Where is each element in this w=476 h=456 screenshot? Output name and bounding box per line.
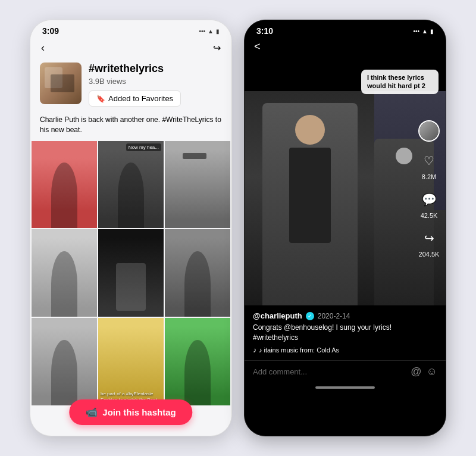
video-area: I think these lyrics would hit hard pt 2… [245, 55, 446, 305]
video-cell-5[interactable] [98, 229, 164, 317]
battery-icon-right: ▮ [430, 28, 434, 35]
share-action-item[interactable]: ↪ 204.5K [418, 227, 440, 258]
favorites-button[interactable]: 🔖 Added to Favorites [89, 90, 181, 107]
video-grid: Now my hea... be part of a #byElentasie … [30, 141, 231, 405]
hashtag-title: #writethelyrics [89, 63, 222, 75]
video-cell-2[interactable]: Now my hea... [98, 141, 164, 229]
shares-count: 204.5K [419, 251, 440, 258]
share-button[interactable]: ↪ [213, 42, 221, 54]
hashtag-thumbnail [40, 63, 82, 104]
comment-action-item[interactable]: 💬 42.5K [418, 189, 440, 219]
main-person [262, 103, 358, 305]
user-avatar[interactable] [418, 120, 440, 142]
signal-icon: ••• [199, 28, 206, 35]
left-phone: 3:09 ••• ▲ ▮ ‹ ↪ #writethelyrics 3.9B vi… [30, 20, 232, 436]
share-icon: ↪ [418, 227, 440, 249]
hashtag-views: 3.9B views [89, 77, 222, 86]
video-bottom-info: @charlieputh ✓ 2020-2-14 Congrats @benho… [245, 305, 446, 360]
cell-2-overlay: Now my hea... [126, 143, 161, 151]
back-button[interactable]: ‹ [41, 42, 45, 54]
wifi-icon: ▲ [208, 28, 214, 35]
left-status-icons: ••• ▲ ▮ [199, 28, 220, 35]
left-status-time: 3:09 [42, 26, 59, 36]
video-date: 2020-2-14 [318, 312, 350, 320]
bookmark-icon: 🔖 [96, 95, 105, 103]
likes-count: 8.2M [422, 173, 436, 180]
video-cell-9[interactable] [165, 318, 230, 405]
comment-bar: Add comment... @ ☺ [245, 360, 446, 383]
hashtag-header: #writethelyrics 3.9B views 🔖 Added to Fa… [30, 58, 231, 113]
wifi-icon-right: ▲ [422, 28, 428, 35]
music-note-icon: ♪ [253, 346, 256, 354]
right-nav-bar: < [245, 38, 446, 55]
comment-input[interactable]: Add comment... [253, 367, 406, 376]
video-overlay-caption: I think these lyrics would hit hard pt 2 [361, 70, 439, 94]
signal-icon-right: ••• [414, 28, 420, 35]
right-back-button[interactable]: < [254, 40, 261, 52]
mention-icon[interactable]: @ [411, 366, 421, 378]
person-head [295, 115, 325, 145]
video-user-line: @charlieputh ✓ 2020-2-14 [253, 311, 437, 320]
video-cell-3[interactable] [165, 141, 230, 229]
right-phone: 3:10 ••• ▲ ▮ < [244, 20, 446, 436]
video-main-content [245, 91, 446, 305]
person-body [289, 148, 331, 243]
comment-icon: 💬 [418, 189, 440, 210]
comments-count: 42.5K [421, 212, 438, 219]
home-indicator [315, 386, 375, 389]
emoji-icon[interactable]: ☺ [427, 366, 437, 378]
join-hashtag-button[interactable]: 📹 Join this hashtag [69, 399, 192, 425]
avatar-action-item [418, 120, 440, 142]
left-nav-bar: ‹ ↪ [30, 38, 231, 58]
like-action-item[interactable]: ♡ 8.2M [418, 150, 440, 180]
battery-icon: ▮ [216, 28, 220, 35]
video-cell-7[interactable] [32, 318, 97, 405]
verified-icon: ✓ [306, 312, 314, 320]
heart-icon: ♡ [418, 150, 440, 171]
video-music: ♪ ♪ itains music from: Cold As [253, 346, 437, 354]
hashtag-description: Charlie Puth is back with another one. #… [30, 113, 231, 141]
video-username[interactable]: @charlieputh [253, 311, 302, 320]
video-camera-icon: 📹 [86, 407, 98, 418]
right-status-time: 3:10 [256, 26, 273, 36]
video-cell-4[interactable] [32, 229, 97, 317]
video-cell-6[interactable] [165, 229, 230, 317]
right-status-icons: ••• ▲ ▮ [414, 28, 434, 35]
join-btn-container: 📹 Join this hashtag [69, 399, 192, 425]
hashtag-info: #writethelyrics 3.9B views 🔖 Added to Fa… [89, 63, 222, 107]
video-description: Congrats @benhouselog! I sung your lyric… [253, 323, 437, 343]
right-status-bar: 3:10 ••• ▲ ▮ [245, 20, 446, 38]
action-buttons: ♡ 8.2M 💬 42.5K ↪ 204.5K [418, 120, 440, 258]
video-cell-8[interactable]: be part of a #byElentasie Fashion to ske… [98, 318, 164, 405]
video-cell-1[interactable] [32, 141, 97, 229]
left-status-bar: 3:09 ••• ▲ ▮ [30, 20, 231, 38]
